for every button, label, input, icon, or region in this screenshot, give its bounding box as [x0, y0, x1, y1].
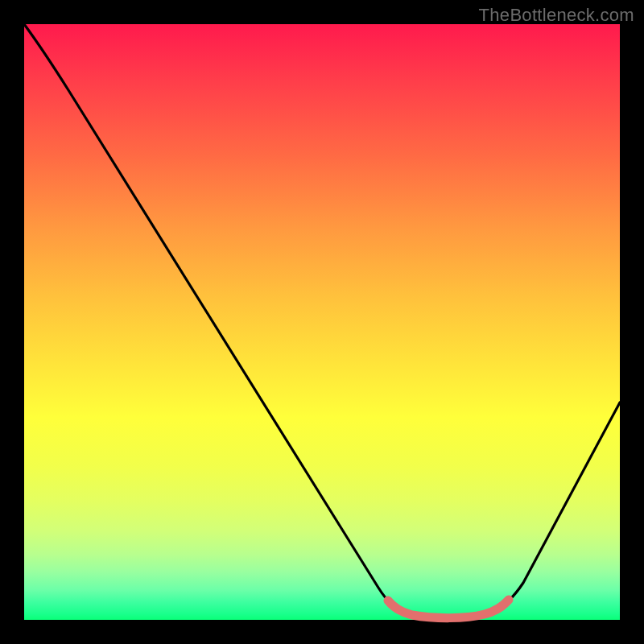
bottleneck-curve	[24, 24, 620, 617]
chart-svg	[24, 24, 620, 620]
watermark-text: TheBottleneck.com	[479, 5, 634, 26]
chart-frame: TheBottleneck.com	[0, 0, 644, 644]
plot-area	[24, 24, 620, 620]
optimal-range-marker	[388, 600, 509, 618]
